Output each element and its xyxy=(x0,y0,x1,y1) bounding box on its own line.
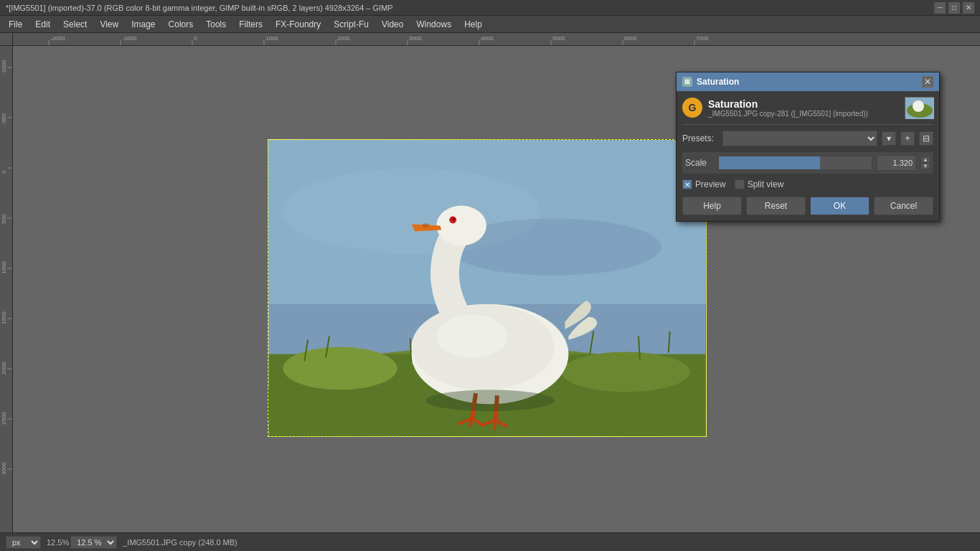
ruler-corner xyxy=(0,33,13,46)
zoom-dropdown[interactable]: 12.5 % 25 % 50 % 100 % xyxy=(70,536,117,549)
menu-colors[interactable]: Colors xyxy=(163,18,199,31)
svg-text:6000: 6000 xyxy=(624,35,637,42)
dialog-title-bar[interactable]: ⊞ Saturation ✕ xyxy=(677,72,939,91)
dialog-header-row: G Saturation _IMG5501.JPG copy-281 ([_IM… xyxy=(682,97,933,125)
svg-point-58 xyxy=(436,206,486,246)
dialog-button-row: Help Reset OK Cancel xyxy=(682,197,933,215)
minimize-button[interactable]: ─ xyxy=(934,2,946,14)
svg-point-59 xyxy=(422,223,429,227)
preview-checkbox-group: ✕ Preview xyxy=(682,179,726,189)
svg-text:-500: -500 xyxy=(1,113,7,125)
close-button[interactable]: ✕ xyxy=(963,2,974,14)
status-bar: px mm in 12.5% 12.5 % 25 % 50 % 100 % _I… xyxy=(0,532,980,551)
dialog-effect-title: Saturation xyxy=(708,98,899,110)
menu-filters[interactable]: Filters xyxy=(233,18,268,31)
svg-text:2000: 2000 xyxy=(1,362,7,375)
vertical-ruler: -1000 -500 0 500 1000 1500 2000 2500 300… xyxy=(0,46,13,532)
saturation-dialog: ⊞ Saturation ✕ G Saturation _IMG5501.JPG… xyxy=(676,72,940,222)
ruler-h-content: -2000 -1000 0 1000 2000 3000 4000 5000 6… xyxy=(13,33,980,46)
maximize-button[interactable]: □ xyxy=(948,2,960,14)
dialog-body: G Saturation _IMG5501.JPG copy-281 ([_IM… xyxy=(677,91,939,221)
svg-point-71 xyxy=(425,390,554,411)
svg-point-61 xyxy=(452,217,455,220)
svg-text:2000: 2000 xyxy=(337,35,350,42)
scale-row: Scale 1.320 ▲ ▼ xyxy=(682,152,933,174)
scale-down-button[interactable]: ▼ xyxy=(920,163,930,169)
ok-button[interactable]: OK xyxy=(810,197,870,215)
split-view-checkbox-group: Split view xyxy=(735,179,784,189)
window-title: *[IMG5501] (imported)-37.0 (RGB color 8-… xyxy=(6,4,393,12)
menu-file[interactable]: File xyxy=(3,18,28,31)
presets-label: Presets: xyxy=(682,133,718,143)
menu-fx-foundry[interactable]: FX-Foundry xyxy=(270,18,326,31)
svg-text:500: 500 xyxy=(1,214,7,224)
svg-text:0: 0 xyxy=(1,170,7,174)
dialog-image-thumbnail xyxy=(905,97,933,118)
unit-dropdown[interactable]: px mm in xyxy=(6,536,41,549)
svg-point-70 xyxy=(436,315,508,358)
scale-value-input[interactable]: 1.320 xyxy=(877,155,916,171)
svg-text:-2000: -2000 xyxy=(50,35,65,42)
scale-spinner: ▲ ▼ xyxy=(920,156,930,169)
filename-display: _IMG5501.JPG copy (248.0 MB) xyxy=(123,538,237,547)
menu-help[interactable]: Help xyxy=(458,18,488,31)
menu-video[interactable]: Video xyxy=(376,18,409,31)
preset-manage-button[interactable]: ⊟ xyxy=(919,131,933,146)
svg-text:-1000: -1000 xyxy=(122,35,137,42)
svg-point-74 xyxy=(913,100,924,112)
svg-text:4000: 4000 xyxy=(481,35,494,42)
presets-row: Presets: ▾ + ⊟ xyxy=(682,131,933,146)
split-view-checkbox[interactable] xyxy=(735,179,745,189)
scale-slider[interactable] xyxy=(718,156,872,170)
unit-selector: px mm in xyxy=(6,536,41,549)
dialog-header-info: Saturation _IMG5501.JPG copy-281 ([_IMG5… xyxy=(708,98,899,118)
horizontal-ruler: -2000 -1000 0 1000 2000 3000 4000 5000 6… xyxy=(0,33,980,46)
split-view-label: Split view xyxy=(748,179,784,189)
scale-label: Scale xyxy=(685,158,714,168)
dialog-title-icon: ⊞ xyxy=(682,77,692,87)
preset-down-button[interactable]: ▾ xyxy=(882,131,896,146)
preview-checkbox[interactable]: ✕ xyxy=(682,179,692,189)
svg-text:3000: 3000 xyxy=(409,35,422,42)
help-button[interactable]: Help xyxy=(682,197,742,215)
menu-script-fu[interactable]: Script-Fu xyxy=(328,18,374,31)
svg-text:2500: 2500 xyxy=(1,412,7,425)
zoom-control: 12.5% 12.5 % 25 % 50 % 100 % xyxy=(47,536,117,549)
scale-up-button[interactable]: ▲ xyxy=(920,156,930,163)
reset-button[interactable]: Reset xyxy=(746,197,806,215)
svg-text:7000: 7000 xyxy=(696,35,709,42)
menu-edit[interactable]: Edit xyxy=(29,18,56,31)
svg-point-42 xyxy=(268,247,411,290)
svg-text:0: 0 xyxy=(194,35,197,42)
presets-dropdown[interactable] xyxy=(722,131,877,146)
zoom-value: 12.5% xyxy=(47,538,69,547)
svg-point-47 xyxy=(561,352,689,392)
canvas-image[interactable] xyxy=(268,139,707,437)
preview-row: ✕ Preview Split view xyxy=(682,179,933,189)
svg-text:3000: 3000 xyxy=(1,462,7,475)
menu-view[interactable]: View xyxy=(94,18,124,31)
cancel-button[interactable]: Cancel xyxy=(874,197,933,215)
preset-add-button[interactable]: + xyxy=(900,131,915,146)
preview-label: Preview xyxy=(695,179,726,189)
svg-text:1000: 1000 xyxy=(265,35,278,42)
menu-select[interactable]: Select xyxy=(57,18,93,31)
svg-text:5000: 5000 xyxy=(552,35,565,42)
svg-text:-1000: -1000 xyxy=(1,60,7,75)
dialog-title: ⊞ Saturation xyxy=(682,77,739,87)
menu-image[interactable]: Image xyxy=(126,18,161,31)
svg-point-45 xyxy=(283,347,397,390)
svg-text:1500: 1500 xyxy=(1,311,7,324)
menu-windows[interactable]: Windows xyxy=(410,18,457,31)
window-controls: ─ □ ✕ xyxy=(934,2,974,14)
gimp-logo-icon: G xyxy=(682,98,702,118)
menu-tools[interactable]: Tools xyxy=(200,18,232,31)
dialog-close-button[interactable]: ✕ xyxy=(922,76,933,88)
title-bar: *[IMG5501] (imported)-37.0 (RGB color 8-… xyxy=(0,0,980,16)
menu-bar: File Edit Select View Image Colors Tools… xyxy=(0,16,980,33)
svg-text:1000: 1000 xyxy=(1,261,7,274)
dialog-effect-subtitle: _IMG5501.JPG copy-281 ([_IMG5501] (impor… xyxy=(708,110,899,118)
